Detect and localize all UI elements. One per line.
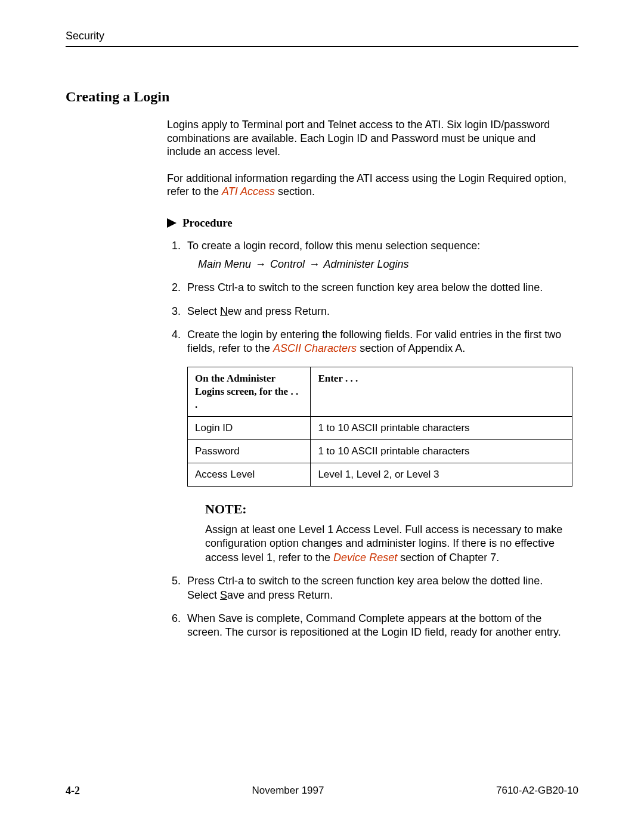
arrow-right-icon: → bbox=[254, 258, 267, 270]
step-4: Create the login by entering the followi… bbox=[184, 328, 572, 565]
ati-access-link[interactable]: ATI Access bbox=[222, 185, 275, 197]
step-4-b: section of Appendix A. bbox=[357, 342, 465, 354]
step-3: Select New and press Return. bbox=[184, 305, 572, 318]
menu-path-b: Control bbox=[270, 258, 305, 270]
step-1-text: To create a login record, follow this me… bbox=[187, 240, 480, 252]
triangle-right-icon bbox=[167, 218, 177, 228]
page-footer: 4-2 November 1997 7610-A2-GB20-10 bbox=[66, 785, 578, 797]
procedure-heading: Procedure bbox=[167, 216, 572, 230]
table-cell: Password bbox=[188, 440, 311, 463]
intro-paragraph-1: Logins apply to Terminal port and Telnet… bbox=[167, 118, 572, 159]
table-header-2: Enter . . . bbox=[311, 367, 572, 416]
table-cell: Access Level bbox=[188, 463, 311, 487]
footer-date: November 1997 bbox=[252, 785, 324, 797]
procedure-steps: To create a login record, follow this me… bbox=[167, 239, 572, 640]
table-cell: Login ID bbox=[188, 417, 311, 440]
table-header-row: On the Administer Logins screen, for the… bbox=[188, 367, 572, 416]
menu-path: Main Menu → Control → Administer Logins bbox=[198, 258, 572, 271]
note-block: NOTE: Assign at least one Level 1 Access… bbox=[205, 501, 572, 565]
step-1: To create a login record, follow this me… bbox=[184, 239, 572, 272]
table-cell: 1 to 10 ASCII printable characters bbox=[311, 440, 572, 463]
table-cell: 1 to 10 ASCII printable characters bbox=[311, 417, 572, 440]
arrow-right-icon: → bbox=[308, 258, 321, 270]
step-3-b: ew and press Return. bbox=[228, 305, 330, 317]
page-header: Security bbox=[66, 30, 578, 47]
svg-marker-0 bbox=[167, 218, 177, 228]
note-body: Assign at least one Level 1 Access Level… bbox=[205, 523, 572, 565]
table-cell: Level 1, Level 2, or Level 3 bbox=[311, 463, 572, 487]
step-6: When Save is complete, Command Complete … bbox=[184, 612, 572, 640]
step-5: Press Ctrl-a to switch to the screen fun… bbox=[184, 574, 572, 602]
fields-table: On the Administer Logins screen, for the… bbox=[187, 367, 572, 487]
device-reset-link[interactable]: Device Reset bbox=[333, 552, 397, 563]
section-title: Creating a Login bbox=[66, 89, 578, 105]
procedure-label: Procedure bbox=[182, 216, 233, 230]
table-row: Password 1 to 10 ASCII printable charact… bbox=[188, 440, 572, 463]
step-2: Press Ctrl-a to switch to the screen fun… bbox=[184, 281, 572, 295]
step-5-b: ave and press Return. bbox=[227, 589, 333, 601]
step-5-key: S bbox=[220, 589, 227, 601]
menu-path-c: Administer Logins bbox=[323, 258, 408, 270]
step-3-key: N bbox=[220, 305, 228, 317]
ascii-characters-link[interactable]: ASCII Characters bbox=[273, 342, 357, 354]
note-body-b: section of Chapter 7. bbox=[397, 552, 499, 563]
table-row: Login ID 1 to 10 ASCII printable charact… bbox=[188, 417, 572, 440]
footer-doc-id: 7610-A2-GB20-10 bbox=[496, 785, 578, 797]
step-3-a: Select bbox=[187, 305, 220, 317]
header-section: Security bbox=[66, 30, 104, 42]
menu-path-a: Main Menu bbox=[198, 258, 251, 270]
footer-page-number: 4-2 bbox=[66, 785, 80, 797]
note-title: NOTE: bbox=[205, 501, 572, 518]
table-header-1: On the Administer Logins screen, for the… bbox=[188, 367, 311, 416]
table-row: Access Level Level 1, Level 2, or Level … bbox=[188, 463, 572, 487]
intro2-text-b: section. bbox=[275, 185, 315, 197]
intro-paragraph-2: For additional information regarding the… bbox=[167, 172, 572, 199]
